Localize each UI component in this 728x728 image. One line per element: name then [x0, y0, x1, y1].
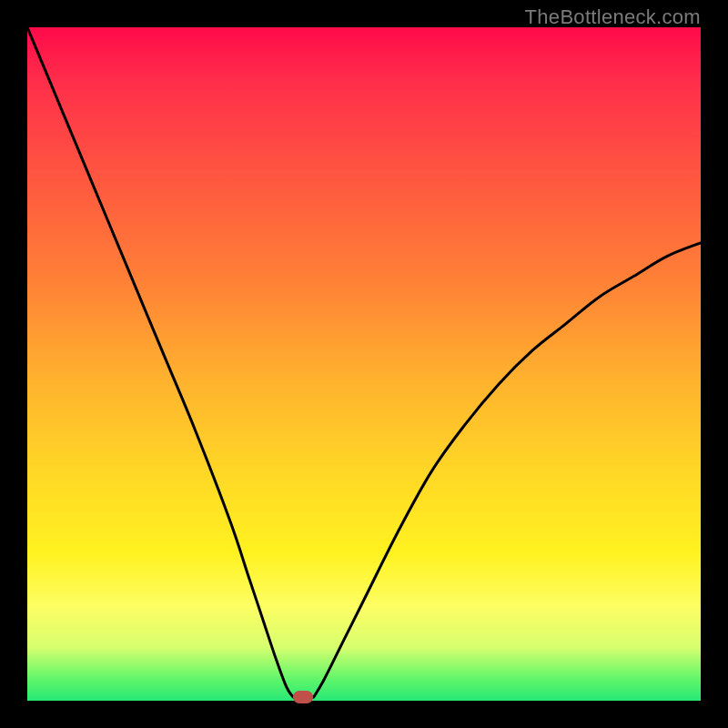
watermark-text: TheBottleneck.com — [525, 5, 701, 29]
curve-layer — [27, 27, 701, 701]
plot-area — [27, 27, 701, 701]
outer-frame: TheBottleneck.com — [0, 0, 728, 728]
bottleneck-curve — [27, 27, 701, 697]
optimal-marker — [293, 691, 313, 703]
